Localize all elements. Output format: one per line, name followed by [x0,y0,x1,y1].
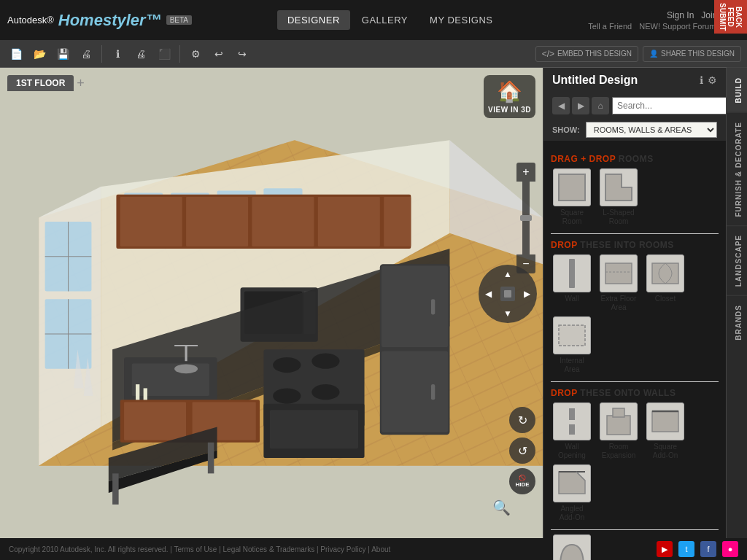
internal-area-icon [553,316,591,354]
facebook-icon[interactable]: f [700,541,716,557]
redo-button[interactable]: ↪ [232,44,252,64]
square-room-svg [556,171,588,203]
build-panel: DRAG + DROP ROOMS SquareRoom [543,141,726,560]
svg-rect-62 [559,325,585,346]
panel-info-button[interactable]: ℹ [700,74,703,86]
embed-design-label: EMBED THIS DESIGN [557,50,632,58]
show-row: SHOW: ROOMS, WALLS & AREASROOMS ONLYWALL… [543,119,726,141]
angled-add-on-label: AngledAdd-On [560,505,584,522]
flickr-icon[interactable]: ● [722,541,738,557]
l-shaped-room-svg [603,171,635,203]
reset-camera-button[interactable]: ↺ [509,438,535,464]
canvas-area[interactable]: 1ST FLOOR + 🏠 VIEW IN 3D [0,68,543,538]
divider-2 [551,381,719,382]
rotate-camera-button[interactable]: ↻ [509,407,535,433]
share-icon: 👤 [649,50,658,58]
angled-add-on-item[interactable]: AngledAdd-On [551,464,593,522]
open-button[interactable]: 📂 [29,44,50,64]
zoom-handle[interactable] [520,215,532,221]
gallery-nav-button[interactable]: GALLERY [352,10,418,30]
share-design-button[interactable]: 👤 SHARE THIS DESIGN [643,46,741,62]
nav-center-icon [504,290,511,298]
floor-tab[interactable]: 1ST FLOOR [7,75,74,91]
panel-header-icons: ℹ ⚙ [700,74,717,86]
privacy-link[interactable]: Privacy Policy [320,545,365,553]
panel-forward-button[interactable]: ▶ [572,97,589,114]
square-add-on-item[interactable]: SquareAdd-On [644,402,686,460]
divider-3 [551,529,719,530]
view-3d-button[interactable]: 🏠 VIEW IN 3D [484,75,535,118]
support-forum-link[interactable]: NEW! Support Forum [639,22,716,31]
side-tab-brands[interactable]: BRANDS [727,295,747,349]
logo-area: Autodesk® Homestyler™ BETA [7,11,192,30]
drag-drop-rooms-header: DRAG + DROP ROOMS [551,154,719,164]
panel-home-button[interactable]: ⌂ [592,97,609,114]
panel-settings-button[interactable]: ⚙ [708,74,717,86]
zoom-in-button[interactable]: + [516,163,535,182]
svg-point-31 [174,364,198,373]
svg-rect-54 [144,388,147,400]
panel-nav-arrows: ◀ ▶ ⌂ [552,97,609,114]
tell-a-friend-link[interactable]: Tell a Friend [588,22,632,31]
svg-rect-63 [569,408,575,420]
svg-rect-19 [120,197,182,246]
extra-floor-area-item[interactable]: Extra FloorArea [597,254,640,312]
floor-add-button[interactable]: + [77,76,85,91]
floor-label: 1ST FLOOR + [7,75,85,91]
nav-up-arrow[interactable]: ▲ [500,266,516,282]
side-tab-furnish-decorate[interactable]: FURNISH & DECORATE [727,112,747,226]
drop-onto-suffix: THESE ONTO WALLS [580,388,676,398]
side-tab-landscape[interactable]: LANDSCAPE [727,225,747,295]
l-shaped-room-item[interactable]: L-ShapedRoom [597,168,640,226]
svg-rect-53 [136,384,139,400]
footer-left: Copyright 2010 Autodesk, Inc. All rights… [9,545,390,553]
curve-wall-item[interactable]: CurveWall [551,534,593,560]
room-items-grid: Wall Extra FloorArea [551,254,719,374]
export-button[interactable]: ⬛ [154,44,174,64]
internal-area-item[interactable]: InternalArea [551,316,593,374]
nav-right-arrow[interactable]: ▶ [519,286,535,302]
svg-rect-59 [605,263,632,284]
embed-design-button[interactable]: </> EMBED THIS DESIGN [535,46,638,62]
hide-button[interactable]: 🚫 HIDE [509,468,535,494]
settings-button[interactable]: ⚙ [185,44,206,64]
undo-button[interactable]: ↩ [209,44,229,64]
canvas-magnifier-icon[interactable]: 🔍 [492,499,511,516]
youtube-icon[interactable]: ▶ [657,541,673,557]
side-tab-build[interactable]: BUILD [727,68,747,112]
wall-item[interactable]: Wall [551,254,593,312]
panel-back-button[interactable]: ◀ [552,97,570,114]
square-room-item[interactable]: SquareRoom [551,168,593,226]
closet-item[interactable]: Closet [644,254,686,312]
svg-point-37 [273,388,301,403]
save-as-button[interactable]: 🖨 [76,44,96,64]
twitter-icon[interactable]: t [678,541,694,557]
my-designs-nav-button[interactable]: MY DESIGNS [419,10,503,30]
nav-center-button[interactable] [500,287,515,301]
toolbar-separator-1 [101,45,102,63]
new-button[interactable]: 📄 [6,44,26,64]
designer-nav-button[interactable]: DESIGNER [277,10,350,30]
wall-opening-label: WallOpening [558,443,586,460]
terms-link[interactable]: Terms of Use [174,545,217,553]
show-select-dropdown[interactable]: ROOMS, WALLS & AREASROOMS ONLYWALLS ONLY [586,122,717,138]
room-expansion-item[interactable]: RoomExpansion [597,402,640,460]
search-input[interactable] [612,97,732,114]
about-link[interactable]: About [371,545,390,553]
extra-floor-svg [603,257,635,289]
nav-left-arrow[interactable]: ◀ [480,286,496,302]
nav-links: DESIGNER GALLERY MY DESIGNS [277,10,503,30]
info-button[interactable]: ℹ [107,44,128,64]
save-button[interactable]: 💾 [53,44,73,64]
drop-into-label: DROP [551,240,577,250]
wall-opening-item[interactable]: WallOpening [551,402,593,460]
legal-link[interactable]: Legal Notices & Trademarks [223,545,315,553]
zoom-slider[interactable] [522,182,530,254]
l-shaped-room-icon [600,168,638,206]
svg-rect-40 [270,410,358,448]
sign-in-link[interactable]: Sign In [667,10,694,20]
svg-marker-58 [605,174,632,201]
print-button[interactable]: 🖨 [131,44,151,64]
nav-down-arrow[interactable]: ▼ [500,306,516,322]
feedback-tab[interactable]: SUBMITFEEDBACK [714,0,747,34]
